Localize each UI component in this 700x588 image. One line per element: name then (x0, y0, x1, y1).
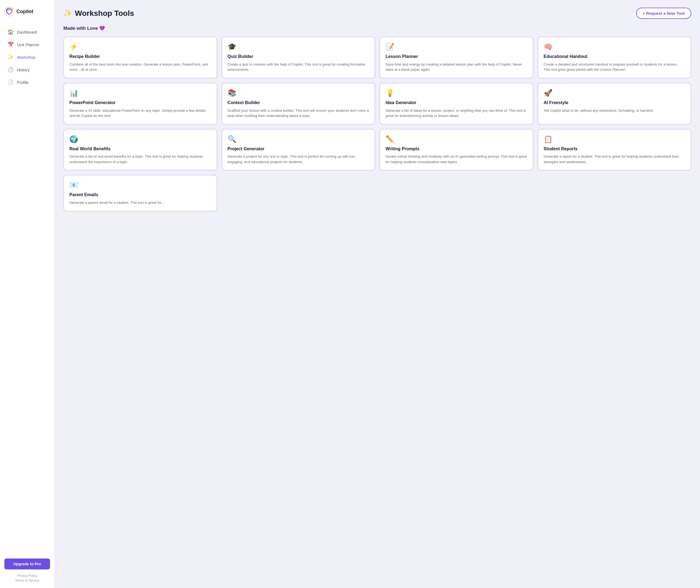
tool-emoji-real-world-benefits: 🌍 (69, 135, 211, 143)
tool-name-lesson-planner: Lesson Planner (386, 54, 527, 60)
tool-desc-idea-generator: Generate a list of ideas for a lesson, p… (386, 108, 527, 119)
workshop-tools-icon: ✨ (63, 9, 72, 17)
sidebar-item-unit-planner-label: Unit Planner (17, 42, 40, 47)
tool-card-ai-freestyle[interactable]: 🚀 AI Freestyle Tell Copilot what to do, … (538, 83, 692, 125)
tool-desc-real-world-benefits: Generate a list of real world benefits f… (69, 154, 211, 164)
tool-card-student-reports[interactable]: 📋 Student Reports Generate a report for … (538, 129, 692, 171)
tool-emoji-student-reports: 📋 (544, 135, 686, 143)
page-header: ✨ Workshop Tools + Request a New Tool (63, 8, 691, 19)
terms-of-service-link[interactable]: Terms of Service (15, 579, 39, 583)
tool-desc-quiz-builder: Create a quiz in minutes with the help o… (228, 62, 369, 72)
section-label: Made with Love 💜 (63, 25, 691, 31)
tool-desc-powerpoint-generator: Generate a 15 slide, educational PowerPo… (69, 108, 211, 119)
tool-card-idea-generator[interactable]: 💡 Idea Generator Generate a list of idea… (380, 83, 533, 125)
logo-text: Copilot (16, 9, 33, 14)
tool-card-powerpoint-generator[interactable]: 📊 PowerPoint Generator Generate a 15 sli… (63, 83, 217, 125)
footer-links: Privacy Policy Terms of Service (4, 574, 50, 583)
request-new-tool-button[interactable]: + Request a New Tool (636, 8, 691, 19)
tool-desc-parent-emails: Generate a parent email for a student. T… (69, 200, 211, 205)
tool-card-quiz-builder[interactable]: 🎓 Quiz Builder Create a quiz in minutes … (222, 37, 375, 78)
unit-planner-icon: 📅 (8, 42, 14, 48)
page-title: Workshop Tools (75, 9, 134, 18)
sidebar-item-history[interactable]: 🕐 History (4, 64, 50, 75)
tool-name-student-reports: Student Reports (544, 146, 686, 152)
section-label-text: Made with Love 💜 (63, 25, 105, 31)
tool-emoji-quiz-builder: 🎓 (228, 43, 369, 51)
tool-card-real-world-benefits[interactable]: 🌍 Real World Benefits Generate a list of… (63, 129, 217, 171)
tool-emoji-parent-emails: 📧 (69, 181, 211, 189)
tool-card-educational-handout[interactable]: 🧠 Educational Handout Create a detailed … (538, 37, 692, 78)
tool-desc-ai-freestyle: Tell Copilot what to do, without any res… (544, 108, 686, 113)
tool-name-parent-emails: Parent Emails (69, 192, 211, 198)
tool-desc-project-generator: Generate a project for any unit or topic… (228, 154, 369, 164)
logo[interactable]: Copilot (4, 5, 50, 17)
upgrade-button[interactable]: Upgrade to Pro (4, 558, 50, 569)
tool-desc-context-builder: Scaffold your lesson with a context buil… (228, 108, 369, 119)
tool-desc-recipe-builder: Combine all of the best tools into one c… (69, 62, 211, 72)
sidebar-item-dashboard[interactable]: 🏠 Dashboard (4, 26, 50, 38)
tool-name-quiz-builder: Quiz Builder (228, 54, 369, 60)
tool-card-recipe-builder[interactable]: ⚡ Recipe Builder Combine all of the best… (63, 37, 217, 78)
tool-emoji-educational-handout: 🧠 (544, 43, 686, 51)
tool-emoji-writing-prompts: ✏️ (386, 135, 527, 143)
nav-items: 🏠 Dashboard 📅 Unit Planner ✨ Workshop 🕐 … (4, 26, 50, 554)
tool-desc-writing-prompts: Invoke critical thinking and creativity … (386, 154, 527, 164)
main-content: ✨ Workshop Tools + Request a New Tool Ma… (55, 0, 700, 588)
sidebar-item-unit-planner[interactable]: 📅 Unit Planner (4, 39, 50, 50)
tools-grid: ⚡ Recipe Builder Combine all of the best… (63, 37, 691, 211)
tool-name-context-builder: Context Builder (228, 100, 369, 106)
privacy-policy-link[interactable]: Privacy Policy (17, 574, 37, 578)
sidebar-item-profile[interactable]: 📄 Profile (4, 77, 50, 88)
tool-card-parent-emails[interactable]: 📧 Parent Emails Generate a parent email … (63, 175, 217, 211)
tool-card-lesson-planner[interactable]: 📝 Lesson Planner Save time and energy by… (380, 37, 533, 78)
tool-emoji-lesson-planner: 📝 (386, 43, 527, 51)
tool-emoji-idea-generator: 💡 (386, 89, 527, 97)
tool-emoji-project-generator: 🔍 (228, 135, 369, 143)
tool-card-context-builder[interactable]: 📚 Context Builder Scaffold your lesson w… (222, 83, 375, 125)
tool-emoji-context-builder: 📚 (228, 89, 369, 97)
sidebar-item-profile-label: Profile (17, 80, 29, 85)
sidebar-item-workshop[interactable]: ✨ Workshop (4, 51, 50, 63)
tool-desc-lesson-planner: Save time and energy by creating a detai… (386, 62, 527, 72)
history-icon: 🕐 (8, 67, 14, 73)
tool-name-idea-generator: Idea Generator (386, 100, 527, 106)
page-title-area: ✨ Workshop Tools (63, 9, 134, 18)
tool-name-educational-handout: Educational Handout (544, 54, 686, 60)
tool-desc-educational-handout: Create a detailed and structured handout… (544, 62, 686, 72)
tool-card-project-generator[interactable]: 🔍 Project Generator Generate a project f… (222, 129, 375, 171)
tool-emoji-recipe-builder: ⚡ (69, 43, 211, 51)
tool-card-writing-prompts[interactable]: ✏️ Writing Prompts Invoke critical think… (380, 129, 533, 171)
profile-icon: 📄 (8, 79, 14, 85)
tool-desc-student-reports: Generate a report for a student. This to… (544, 154, 686, 164)
sidebar-item-dashboard-label: Dashboard (17, 30, 37, 34)
tool-emoji-powerpoint-generator: 📊 (69, 89, 211, 97)
tool-name-powerpoint-generator: PowerPoint Generator (69, 100, 211, 106)
tool-name-recipe-builder: Recipe Builder (69, 54, 211, 60)
sidebar: Copilot 🏠 Dashboard 📅 Unit Planner ✨ Wor… (0, 0, 55, 588)
sidebar-item-workshop-label: Workshop (17, 55, 35, 60)
tool-name-ai-freestyle: AI Freestyle (544, 100, 686, 106)
tool-name-project-generator: Project Generator (228, 146, 369, 152)
workshop-icon: ✨ (8, 54, 14, 60)
tool-emoji-ai-freestyle: 🚀 (544, 89, 686, 97)
tool-name-writing-prompts: Writing Prompts (386, 146, 527, 152)
dashboard-icon: 🏠 (8, 29, 14, 35)
tool-name-real-world-benefits: Real World Benefits (69, 146, 211, 152)
sidebar-item-history-label: History (17, 67, 30, 72)
copilot-logo-icon (4, 7, 14, 16)
